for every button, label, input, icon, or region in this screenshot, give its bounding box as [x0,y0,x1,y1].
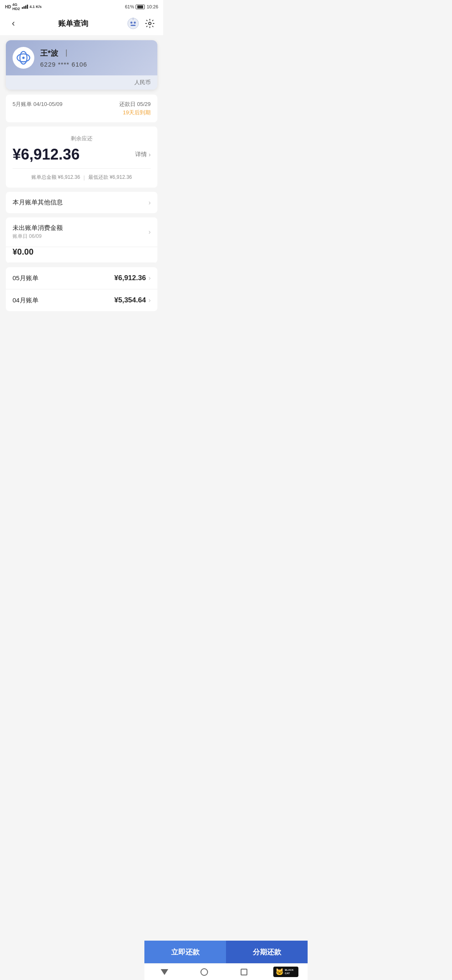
other-info-arrow: › [149,199,151,206]
unbilled-title: 未出账单消费金额 [13,224,63,232]
card-holder-name: 王*波 丨 [40,48,151,58]
unbilled-amount: ¥0.00 [13,247,33,256]
monthly-bill-amount-0: ¥6,912.36 [114,274,146,282]
bank-logo [13,47,34,69]
svg-rect-3 [131,25,136,26]
monthly-bills-section: 05月账单 ¥6,912.36 › 04月账单 ¥5,354.64 › [6,267,157,311]
bill-period-section: 5月账单 04/10-05/09 还款日 05/29 19天后到期 [6,95,157,122]
svg-point-5 [133,18,134,19]
bank-card: 王*波 丨 6229 **** 6106 人民币 [6,40,157,90]
svg-point-2 [134,22,136,24]
card-number: 6229 **** 6106 [40,61,151,68]
back-button[interactable]: ‹ [7,17,20,30]
svg-point-1 [131,22,133,24]
bill-due-days: 19天后到期 [119,109,151,116]
remaining-label: 剩余应还 [13,135,151,142]
other-info-section: 本月账单其他信息 › [6,192,157,213]
bill-period-label: 5月账单 04/10-05/09 [13,101,62,108]
status-bar: HD 4GHD2 4.1 K/s 61% 10:26 [0,0,163,13]
status-time: 61% 10:26 [125,4,158,9]
status-network: HD 4GHD2 4.1 K/s [5,3,42,11]
header: ‹ 账单查询 [0,13,163,35]
monthly-bill-label-1: 04月账单 [13,297,39,304]
unbilled-item[interactable]: 未出账单消费金额 账单日 06/09 › [6,217,157,247]
remaining-amount: ¥6,912.36 [13,146,80,163]
monthly-bill-label-0: 05月账单 [13,274,39,282]
detail-link[interactable]: 详情 › [135,151,151,158]
monthly-bill-amount-1: ¥5,354.64 [114,296,146,304]
svg-point-6 [149,22,151,25]
settings-button[interactable] [143,17,157,30]
unbilled-section: 未出账单消费金额 账单日 06/09 › ¥0.00 [6,217,157,263]
other-info-item[interactable]: 本月账单其他信息 › [6,192,157,213]
robot-avatar-icon[interactable] [126,17,140,30]
unbilled-arrow: › [149,228,151,236]
other-info-title: 本月账单其他信息 [13,199,63,206]
monthly-bill-arrow-0: › [149,274,151,282]
monthly-bill-item-0[interactable]: 05月账单 ¥6,912.36 › [6,267,157,289]
card-currency: 人民币 [6,75,157,90]
monthly-bill-arrow-1: › [149,297,151,304]
amount-section: 剩余应还 ¥6,912.36 详情 › 账单总金额 ¥6,912.36 | 最低… [6,126,157,188]
bill-due-date: 还款日 05/29 [119,101,151,108]
page-title: 账单查询 [20,18,126,28]
monthly-bill-item-1[interactable]: 04月账单 ¥5,354.64 › [6,289,157,311]
divider [13,168,151,169]
amount-sub-info: 账单总金额 ¥6,912.36 | 最低还款 ¥6,912.36 [13,174,151,181]
svg-point-9 [22,57,25,59]
unbilled-date: 账单日 06/09 [13,233,63,240]
